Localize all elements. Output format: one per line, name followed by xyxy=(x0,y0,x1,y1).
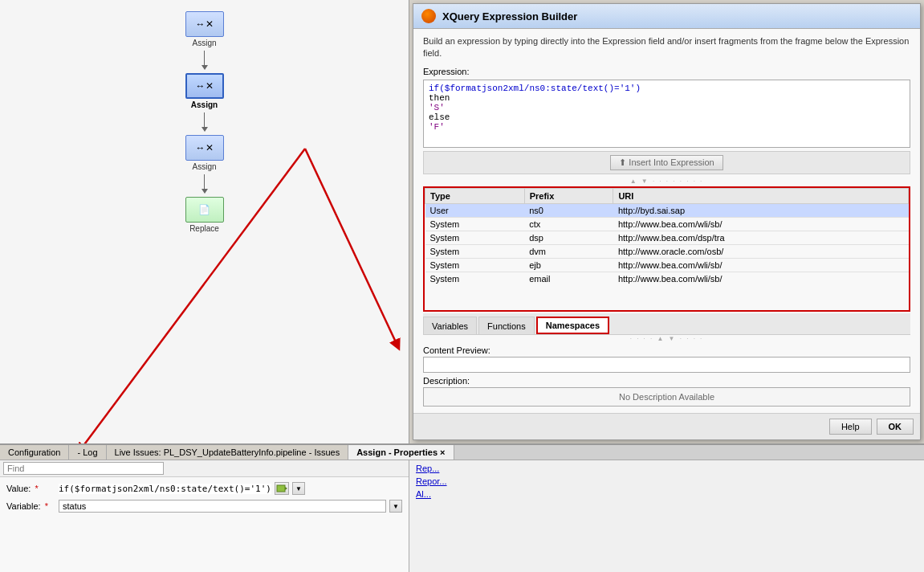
dialog-description: Build an expression by typing directly i… xyxy=(423,35,910,60)
no-description-text: No Description Available xyxy=(619,392,714,402)
svg-line-1 xyxy=(80,149,305,443)
dialog-footer: Help OK xyxy=(413,413,920,439)
pipeline-panel: ↔✕ Assign ↔✕ Assign xyxy=(0,0,409,443)
al-link[interactable]: Al... xyxy=(416,489,918,499)
arrow-3 xyxy=(201,189,208,194)
col-header-prefix: Prefix xyxy=(524,188,613,203)
expr-line-3: 'S' xyxy=(429,103,905,112)
svg-marker-4 xyxy=(285,487,287,490)
content-preview-label: Content Preview: xyxy=(423,345,910,355)
variable-row: Variable: * ▼ xyxy=(6,500,402,513)
btab-configuration[interactable]: Configuration xyxy=(0,445,69,460)
pipeline-node-3: ↔✕ Assign xyxy=(185,135,224,171)
report-link-2[interactable]: Repor... xyxy=(416,476,918,486)
top-area: ↔✕ Assign ↔✕ Assign xyxy=(0,0,924,443)
xquery-dialog: XQuery Expression Builder Build an expre… xyxy=(413,3,921,440)
assign-node-1[interactable]: ↔✕ xyxy=(185,11,224,37)
pipeline-canvas: ↔✕ Assign ↔✕ Assign xyxy=(0,0,409,443)
bottom-tabs: Configuration - Log Live Issues: PL_DSY_… xyxy=(0,445,924,460)
bottom-area: Configuration - Log Live Issues: PL_DSY_… xyxy=(0,443,924,572)
variable-input[interactable] xyxy=(59,500,386,513)
bottom-right-panel: Rep... Repor... Al... xyxy=(409,460,924,572)
divider-top: ▲ ▼ · · · · · · · · xyxy=(423,178,910,185)
namespace-table-scroll[interactable]: Type Prefix URI Userns0http://byd.sai.sa… xyxy=(425,188,909,284)
pipeline-node-4: 📄 Replace xyxy=(185,197,224,233)
find-input[interactable] xyxy=(3,462,164,475)
node-label-4: Replace xyxy=(189,224,219,233)
connector-2 xyxy=(204,112,205,127)
arrow-2 xyxy=(201,127,208,132)
bottom-content: Value: * if($formatjson2xml/ns0:state/te… xyxy=(0,460,924,572)
value-row: Value: * if($formatjson2xml/ns0:state/te… xyxy=(6,482,402,495)
connector-1 xyxy=(204,51,205,65)
table-row[interactable]: Systemejbhttp://www.bea.com/wli/sb/ xyxy=(425,258,909,272)
report-link-1[interactable]: Rep... xyxy=(416,464,918,473)
expr-line-2: then xyxy=(429,93,905,103)
connector-3 xyxy=(204,174,205,189)
namespace-table: Type Prefix URI Userns0http://byd.sai.sa… xyxy=(425,188,909,284)
table-row[interactable]: Systemdvmhttp://www.oracle.com/osb/ xyxy=(425,244,909,258)
variable-dropdown-button[interactable]: ▼ xyxy=(389,500,402,513)
find-bar xyxy=(0,460,409,477)
node-label-1: Assign xyxy=(192,39,216,47)
help-button[interactable]: Help xyxy=(829,419,872,435)
table-row[interactable]: Systemctxhttp://www.bea.com/wli/sb/ xyxy=(425,217,909,231)
node-label-3: Assign xyxy=(192,162,216,171)
dialog-title: XQuery Expression Builder xyxy=(442,10,577,22)
btab-assign-properties[interactable]: Assign - Properties × xyxy=(348,445,454,460)
dialog-icon xyxy=(421,9,436,23)
expr-line-1: if($formatjson2xml/ns0:state/text()='1') xyxy=(429,84,905,93)
expression-label: Expression: xyxy=(423,67,910,76)
replace-node[interactable]: 📄 xyxy=(185,197,224,223)
divider-bottom: · · · · ▲ ▼ · · · · xyxy=(423,335,910,342)
content-preview-box xyxy=(423,357,910,373)
table-row[interactable]: Systemdsphttp://www.bea.com/dsp/tra xyxy=(425,231,909,244)
bottom-left-panel: Value: * if($formatjson2xml/ns0:state/te… xyxy=(0,460,409,572)
assign-node-2[interactable]: ↔✕ xyxy=(185,73,224,99)
value-dropdown-button[interactable]: ▼ xyxy=(292,482,305,495)
expr-line-5: 'F' xyxy=(429,122,905,132)
namespace-table-container: Type Prefix URI Userns0http://byd.sai.sa… xyxy=(423,186,910,312)
col-header-type: Type xyxy=(425,188,525,203)
description-box: No Description Available xyxy=(423,387,910,407)
col-header-uri: URI xyxy=(613,188,909,203)
preview-section: Content Preview: xyxy=(423,345,910,373)
table-row[interactable]: Userns0http://byd.sai.sap xyxy=(425,203,909,217)
node-label-2: Assign xyxy=(191,100,218,109)
tabs-bar: Variables Functions Namespaces xyxy=(423,313,910,335)
tab-namespaces[interactable]: Namespaces xyxy=(536,317,609,334)
value-label: Value: * xyxy=(6,484,59,493)
insert-btn-bar: ⬆ Insert Into Expression xyxy=(423,151,910,174)
svg-line-2 xyxy=(305,149,397,345)
assign-node-3[interactable]: ↔✕ xyxy=(185,135,224,161)
svg-rect-3 xyxy=(277,485,285,492)
description-section: Description: No Description Available xyxy=(423,373,910,407)
pipeline-node-2: ↔✕ Assign xyxy=(185,73,224,109)
tab-functions[interactable]: Functions xyxy=(478,317,535,334)
properties-area: Value: * if($formatjson2xml/ns0:state/te… xyxy=(0,477,409,572)
btab-live-issues[interactable]: Live Issues: PL_DSY_UpdateBatteryInfo.pi… xyxy=(107,445,349,460)
insert-into-expression-button[interactable]: ⬆ Insert Into Expression xyxy=(610,155,723,170)
edit-value-button[interactable] xyxy=(275,482,289,495)
pipeline-node-1: ↔✕ Assign xyxy=(185,11,224,47)
btab-log[interactable]: - Log xyxy=(69,445,106,460)
variable-box: ▼ xyxy=(59,500,402,513)
description-label: Description: xyxy=(423,376,910,386)
table-row[interactable]: Systememailhttp://www.bea.com/wli/sb/ xyxy=(425,272,909,284)
value-content: if($formatjson2xml/ns0:state/text()='1') xyxy=(59,484,271,494)
tab-variables[interactable]: Variables xyxy=(423,317,477,334)
dialog-titlebar: XQuery Expression Builder xyxy=(413,4,920,29)
dialog-body: Build an expression by typing directly i… xyxy=(413,29,920,413)
expression-box[interactable]: if($formatjson2xml/ns0:state/text()='1')… xyxy=(423,80,910,148)
arrow-1 xyxy=(201,65,208,70)
report-links: Rep... Repor... Al... xyxy=(416,464,918,499)
expr-line-4: else xyxy=(429,112,905,122)
ok-button[interactable]: OK xyxy=(877,419,914,435)
main-container: ↔✕ Assign ↔✕ Assign xyxy=(0,0,924,572)
value-box: if($formatjson2xml/ns0:state/text()='1')… xyxy=(59,482,402,495)
variable-label: Variable: * xyxy=(6,501,59,511)
